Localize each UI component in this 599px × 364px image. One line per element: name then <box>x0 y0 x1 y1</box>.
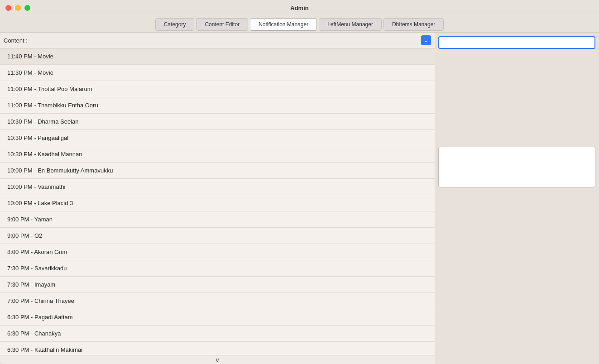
window-title: Admin <box>290 5 308 11</box>
list-item[interactable]: 7:30 PM - Imayam <box>0 277 435 293</box>
main-content: Content : ⌄ 11:40 PM - Movie11:30 PM - M… <box>0 33 599 364</box>
tab-dbitems-manager[interactable]: DbItems Manager <box>383 18 444 31</box>
list-item[interactable]: 10:30 PM - Kaadhal Mannan <box>0 146 435 163</box>
content-label-bar: Content : ⌄ <box>0 33 435 48</box>
list-item[interactable]: 11:40 PM - Movie <box>0 48 435 65</box>
list-item[interactable]: 10:00 PM - Vaanmathi <box>0 179 435 195</box>
tab-leftmenu-manager[interactable]: LeftMenu Manager <box>319 18 382 31</box>
list-item[interactable]: 6:30 PM - Kaathalin Makimai <box>0 342 435 355</box>
list-item[interactable]: 10:00 PM - En Bommukutty Ammavukku <box>0 163 435 179</box>
tabs-bar: Category Content Editor Notification Man… <box>0 16 599 33</box>
list-item[interactable]: 8:00 PM - Akoran Grim <box>0 244 435 260</box>
titlebar: Admin <box>0 0 599 16</box>
list-item[interactable]: 9:00 PM - Yaman <box>0 211 435 228</box>
list-item[interactable]: 11:00 PM - Thottal Poo Malarum <box>0 81 435 97</box>
list-item[interactable]: 11:30 PM - Movie <box>0 65 435 81</box>
close-button[interactable] <box>5 5 11 11</box>
tab-category[interactable]: Category <box>155 18 195 31</box>
content-label: Content : <box>4 37 421 44</box>
tab-content-editor[interactable]: Content Editor <box>196 18 248 31</box>
list-item[interactable]: 10:30 PM - Dharma Seelan <box>0 114 435 130</box>
titlebar-buttons <box>5 5 30 11</box>
list-item[interactable]: 7:30 PM - Savarikkadu <box>0 260 435 277</box>
minimize-button[interactable] <box>15 5 21 11</box>
right-spacer <box>438 53 595 143</box>
dropdown-arrow-icon[interactable]: ⌄ <box>421 35 431 45</box>
list-item[interactable]: 9:00 PM - O2 <box>0 228 435 244</box>
list-item[interactable]: 11:00 PM - Thambikku Entha Ooru <box>0 97 435 114</box>
list-item[interactable]: 6:30 PM - Chanakya <box>0 326 435 342</box>
right-text-input[interactable] <box>438 36 595 49</box>
list-item[interactable]: 6:30 PM - Pagadi Aattam <box>0 309 435 326</box>
left-panel: Content : ⌄ 11:40 PM - Movie11:30 PM - M… <box>0 33 435 364</box>
list-item[interactable]: 7:00 PM - Chinna Thayee <box>0 293 435 309</box>
main-window: Admin Category Content Editor Notificati… <box>0 0 599 364</box>
scroll-down-icon: ∨ <box>215 356 220 364</box>
list-item[interactable]: 10:30 PM - Pangaaligal <box>0 130 435 146</box>
content-list[interactable]: 11:40 PM - Movie11:30 PM - Movie11:00 PM… <box>0 48 435 355</box>
maximize-button[interactable] <box>24 5 30 11</box>
right-textarea[interactable] <box>438 147 595 187</box>
right-panel <box>435 33 599 364</box>
scroll-down-indicator: ∨ <box>0 355 435 364</box>
tab-notification-manager[interactable]: Notification Manager <box>250 18 317 31</box>
list-item[interactable]: 10:00 PM - Lake Placid 3 <box>0 195 435 211</box>
